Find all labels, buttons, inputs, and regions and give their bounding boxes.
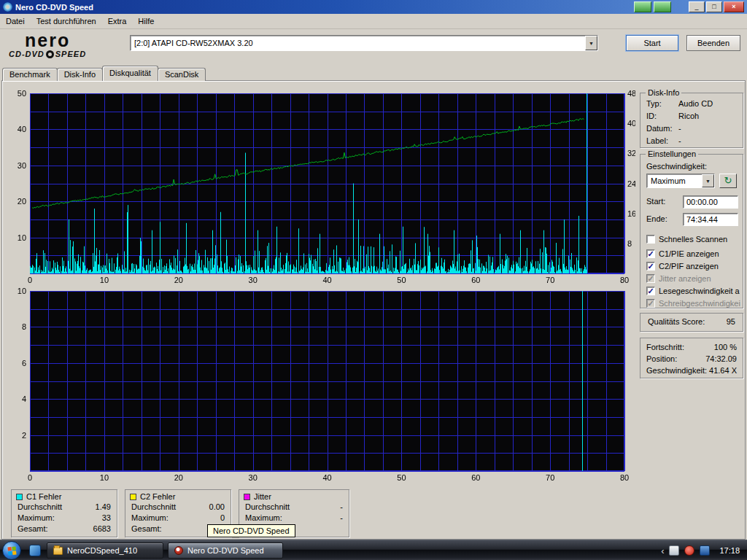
- taskbar-item-label: NeroCDSpeed_410: [67, 546, 137, 555]
- maximize-button[interactable]: □: [706, 1, 722, 12]
- legend-label: Durchschnitt: [131, 502, 176, 513]
- tab-benchmark[interactable]: Benchmark: [2, 68, 58, 81]
- start-time-label: Start:: [646, 197, 665, 206]
- legend-label: Gesamt:: [18, 524, 48, 534]
- tray-expand-icon[interactable]: ‹: [661, 545, 664, 556]
- checkbox-schnelles-scannen[interactable]: Schnelles Scannen: [646, 233, 727, 244]
- legend-row: Durchschnitt 1.49: [12, 502, 117, 513]
- refresh-button[interactable]: ↻: [719, 174, 737, 188]
- minimize-button[interactable]: _: [689, 1, 705, 12]
- drive-select-combobox[interactable]: [2:0] ATAPI CD-RW52XMAX 3.20 ▼: [130, 35, 598, 51]
- drive-select-value: [2:0] ATAPI CD-RW52XMAX 3.20: [131, 39, 585, 47]
- start-button-label: Start: [643, 39, 660, 47]
- legend-row: Maximum: 33: [12, 513, 117, 524]
- disc-icon: [46, 50, 54, 58]
- checkbox-c2-pif-anzeigen[interactable]: ✓ C2/PIF anzeigen: [646, 260, 719, 271]
- windows-flag-icon: [7, 546, 16, 555]
- disk-info-label: Datum:: [646, 124, 672, 133]
- checkbox-label: Jitter anzeigen: [659, 274, 711, 283]
- close-button[interactable]: ×: [724, 1, 744, 12]
- checkbox-lesegeschwindigkeit[interactable]: ✓ Lesegeschwindigkeit a: [646, 285, 740, 296]
- tray-icon-display[interactable]: [700, 545, 710, 556]
- chevron-down-icon[interactable]: ▼: [702, 174, 714, 187]
- jitter-swatch-icon: [244, 494, 250, 500]
- titlebar-extra-button-2[interactable]: [654, 1, 671, 12]
- chevron-down-icon[interactable]: ▼: [585, 36, 597, 50]
- menu-datei[interactable]: Datei: [0, 15, 31, 28]
- start-time-row: Start: 00:00.00: [646, 195, 740, 209]
- quality-score-row: Qualitäts Score: 95: [640, 314, 743, 331]
- disk-info-row-label: Label: -: [640, 135, 743, 147]
- legend-c1: C1 Fehler Durchschnitt 1.49 Maximum: 33 …: [11, 489, 117, 537]
- disk-info-label: Label:: [646, 136, 668, 145]
- position-row: Position: 74:32.09: [640, 353, 743, 365]
- position-value: 74:32.09: [705, 354, 737, 363]
- end-time-label: Ende:: [646, 214, 667, 223]
- start-button[interactable]: [2, 541, 21, 560]
- progress-value: 100 %: [714, 343, 737, 351]
- legend-title-text: C2 Fehler: [140, 492, 175, 501]
- checkbox-box: ✓: [646, 274, 655, 283]
- taskbar-item-explorer[interactable]: NeroCDSpeed_410: [47, 542, 163, 559]
- speed-combobox[interactable]: Maximum ▼: [646, 174, 715, 188]
- position-label: Position:: [646, 354, 677, 363]
- disk-info-row-id: ID: Ricoh: [640, 110, 743, 122]
- header-toolbar: nero CD-DVD SPEED [2:0] ATAPI CD-RW52XMA…: [0, 29, 747, 63]
- legend-jitter-title: Jitter: [239, 490, 349, 502]
- app-icon: [3, 2, 12, 12]
- disk-info-value: Audio CD: [678, 99, 713, 108]
- start-time-field[interactable]: 00:00.00: [683, 195, 738, 209]
- checkbox-c1-pie-anzeigen[interactable]: ✓ C1/PIE anzeigen: [646, 248, 719, 259]
- progress-group: Fortschritt: 100 % Position: 74:32.09 Ge…: [640, 338, 743, 378]
- disk-info-label: ID:: [646, 112, 657, 120]
- quality-score-group: Qualitäts Score: 95: [640, 313, 743, 332]
- tray-icon-antivirus[interactable]: [684, 545, 694, 556]
- disk-info-group-title: Disk-Info: [646, 88, 681, 97]
- menu-hilfe[interactable]: Hilfe: [132, 15, 160, 28]
- disk-info-value: Ricoh: [678, 112, 699, 120]
- speed-readout-value: 41.64 X: [709, 366, 737, 375]
- c2-swatch-icon: [130, 494, 136, 500]
- checkbox-box[interactable]: ✓: [646, 262, 655, 271]
- nero-logo: nero CD-DVD SPEED: [9, 31, 86, 58]
- end-time-field[interactable]: 74:34.44: [683, 213, 738, 226]
- legend-value: 0.00: [209, 502, 225, 513]
- start-test-button[interactable]: Start: [626, 35, 678, 51]
- legend-value: 6683: [93, 524, 111, 534]
- nero-app-icon: [174, 546, 183, 555]
- legend-c1-title: C1 Fehler: [12, 490, 117, 502]
- titlebar-extra-button-1[interactable]: [634, 1, 651, 12]
- settings-group: Einstellungen Geschwindigkeit: Maximum ▼…: [640, 154, 743, 308]
- legend-row: Maximum: 0: [125, 513, 231, 524]
- checkbox-label: Schreibgeschwindigkei: [659, 299, 740, 308]
- legend-label: Durchschnitt: [245, 502, 290, 513]
- legend-label: Maximum:: [131, 513, 169, 524]
- legend-row: Durchschnitt -: [239, 502, 349, 513]
- tray-icon-1[interactable]: [669, 545, 679, 556]
- checkbox-label: Lesegeschwindigkeit a: [659, 287, 740, 295]
- checkbox-jitter-anzeigen: ✓ Jitter anzeigen: [646, 273, 711, 284]
- disk-info-group: Disk-Info Typ: Audio CD ID: Ricoh Datum:…: [640, 93, 743, 148]
- tab-diskqualitaet[interactable]: Diskqualität: [102, 66, 158, 81]
- checkbox-box[interactable]: ✓: [646, 287, 655, 295]
- tab-scandisk[interactable]: ScanDisk: [158, 68, 206, 81]
- menu-extra[interactable]: Extra: [102, 15, 133, 28]
- tab-disk-info[interactable]: Disk-Info: [57, 68, 103, 81]
- tabstrip: Benchmark Disk-Info Diskqualität ScanDis…: [2, 66, 205, 81]
- quit-button-label: Beenden: [697, 39, 729, 47]
- legend-label: Durchschnitt: [18, 502, 62, 513]
- disk-info-label: Typ:: [646, 99, 662, 108]
- menu-test-durchfuehren[interactable]: Test durchführen: [31, 15, 102, 28]
- legend-value: 0: [220, 513, 225, 524]
- taskbar-clock[interactable]: 17:18: [715, 546, 744, 555]
- quicklaunch-icon[interactable]: [29, 545, 41, 556]
- logo-cddvd-text: CD-DVD: [9, 50, 44, 58]
- taskbar-item-nero[interactable]: Nero CD-DVD Speed: [168, 542, 283, 559]
- legend-value: 1.49: [96, 502, 111, 513]
- speed-label: Geschwindigkeit:: [646, 162, 707, 171]
- checkbox-box[interactable]: [646, 235, 655, 244]
- checkbox-label: C2/PIF anzeigen: [659, 262, 719, 271]
- screen: Nero CD-DVD Speed _ □ × Datei Test durch…: [0, 0, 747, 560]
- checkbox-box[interactable]: ✓: [646, 249, 655, 258]
- quit-button[interactable]: Beenden: [686, 35, 740, 51]
